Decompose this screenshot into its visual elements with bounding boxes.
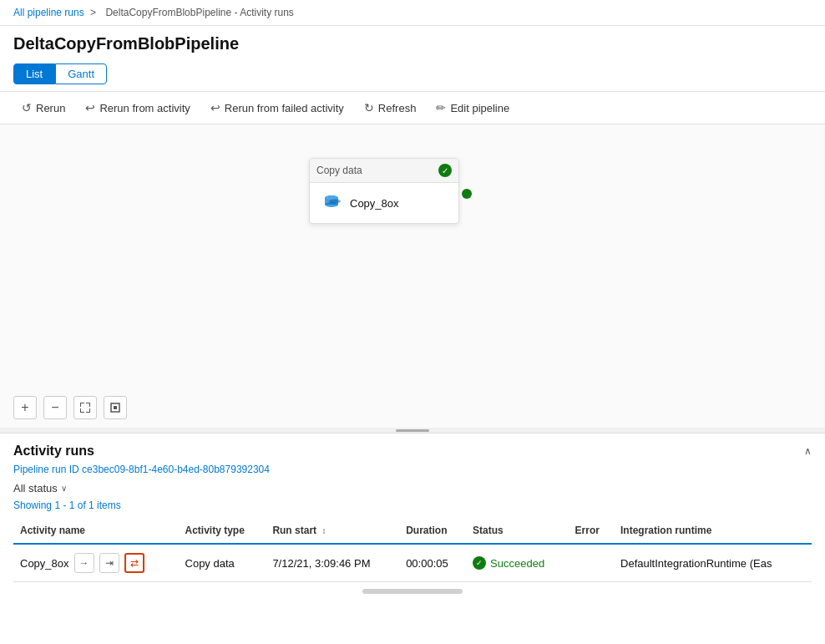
svg-rect-8: [89, 403, 90, 407]
rerun-icon: ↺: [22, 101, 32, 114]
col-status: Status: [466, 518, 569, 544]
toolbar: ↺ Rerun ↩ Rerun from activity ↩ Rerun fr…: [0, 91, 825, 124]
canvas-divider: [396, 429, 429, 432]
activity-runs-table: Activity name Activity type Run start ↕ …: [13, 518, 812, 582]
rerun-label: Rerun: [36, 102, 65, 114]
table-header-row: Activity name Activity type Run start ↕ …: [13, 518, 812, 544]
fit-btn[interactable]: [73, 396, 97, 419]
edit-icon: ✏: [436, 101, 446, 114]
cell-activity-name: Copy_8ox → ⇥ ⇄: [13, 544, 179, 582]
pipeline-canvas: Copy data ✓ Copy_8ox +: [0, 124, 825, 434]
output-action-btn[interactable]: ⇥: [99, 553, 119, 573]
status-dot: ✓: [473, 556, 486, 570]
svg-rect-10: [80, 408, 81, 413]
status-succeeded: ✓ Succeeded: [473, 556, 562, 570]
breadcrumb: All pipeline runs > DeltaCopyFromBlobPip…: [0, 0, 825, 26]
svg-rect-6: [80, 403, 81, 407]
rerun-button[interactable]: ↺ Rerun: [13, 97, 73, 119]
col-duration: Duration: [399, 518, 466, 544]
svg-rect-14: [114, 406, 117, 409]
status-filter[interactable]: All status ∨: [13, 482, 67, 494]
table-scrollbar[interactable]: [362, 589, 463, 594]
cell-error: [569, 544, 614, 582]
view-toggle-bar: List Gantt: [0, 60, 825, 91]
showing-count: Showing 1 - 1 of 1 items: [13, 499, 812, 511]
cell-run-start: 7/12/21, 3:09:46 PM: [266, 544, 399, 582]
cell-duration: 00:00:05: [399, 544, 466, 582]
sort-icon: ↕: [321, 526, 326, 535]
svg-rect-12: [89, 408, 90, 413]
status-label: Succeeded: [490, 557, 544, 570]
activity-runs-header: Activity runs ∧: [13, 444, 812, 459]
status-filter-chevron: ∨: [61, 484, 67, 493]
node-name: Copy_8ox: [350, 197, 399, 210]
status-filter-label: All status: [13, 482, 58, 494]
refresh-label: Refresh: [378, 102, 417, 114]
collapse-btn[interactable]: ∧: [804, 445, 812, 457]
gantt-toggle-btn[interactable]: Gantt: [55, 63, 107, 84]
list-toggle-btn[interactable]: List: [13, 63, 55, 84]
breadcrumb-separator: >: [90, 7, 96, 18]
rerun-activity-icon: ↩: [85, 101, 95, 114]
pipeline-node[interactable]: Copy data ✓ Copy_8ox: [309, 158, 459, 224]
col-integration-runtime: Integration runtime: [614, 518, 812, 544]
input-action-btn[interactable]: →: [74, 553, 94, 573]
refresh-button[interactable]: ↻ Refresh: [356, 97, 425, 119]
rerun-failed-button[interactable]: ↩ Rerun from failed activity: [202, 97, 352, 119]
col-run-start[interactable]: Run start ↕: [266, 518, 399, 544]
node-body: Copy_8ox: [310, 183, 458, 223]
node-header: Copy data ✓: [310, 159, 458, 183]
svg-point-4: [329, 200, 341, 204]
fit-icon: [79, 402, 91, 413]
edit-pipeline-label: Edit pipeline: [450, 102, 509, 114]
zoom-out-btn[interactable]: −: [43, 396, 67, 419]
cell-name-value: Copy_8ox: [20, 557, 69, 570]
cell-integration-runtime: DefaultIntegrationRuntime (Eas: [614, 544, 812, 582]
activity-runs-title: Activity runs: [13, 444, 94, 459]
node-type-label: Copy data: [316, 165, 362, 176]
pipeline-run-id-row: Pipeline run ID ce3bec09-8bf1-4e60-b4ed-…: [13, 464, 812, 475]
refresh-icon: ↻: [364, 101, 374, 114]
zoom-in-btn[interactable]: +: [13, 396, 37, 419]
edit-pipeline-button[interactable]: ✏ Edit pipeline: [428, 97, 518, 119]
canvas-controls: + −: [13, 396, 127, 419]
col-activity-type: Activity type: [179, 518, 266, 544]
page-title: DeltaCopyFromBlobPipeline: [0, 26, 825, 60]
rerun-failed-label: Rerun from failed activity: [225, 102, 344, 114]
pipeline-run-id-value: ce3bec09-8bf1-4e60-b4ed-80b879392304: [82, 464, 270, 475]
link-action-btn[interactable]: ⇄: [124, 553, 144, 573]
pipeline-run-id-label: Pipeline run ID: [13, 464, 79, 475]
breadcrumb-current: DeltaCopyFromBlobPipeline - Activity run…: [105, 7, 293, 18]
copy-data-icon: [320, 191, 343, 215]
col-activity-name: Activity name: [13, 518, 179, 544]
node-success-icon: ✓: [438, 164, 452, 177]
cell-activity-type: Copy data: [179, 544, 266, 582]
expand-icon: [109, 402, 121, 413]
rerun-activity-label: Rerun from activity: [99, 102, 190, 114]
connector-right: [462, 189, 472, 199]
cell-status: ✓ Succeeded: [466, 544, 569, 582]
rerun-failed-icon: ↩: [210, 101, 220, 114]
table-row: Copy_8ox → ⇥ ⇄ Copy data 7/12/21, 3:09:4…: [13, 544, 812, 582]
col-error: Error: [569, 518, 614, 544]
activity-runs-section: Activity runs ∧ Pipeline run ID ce3bec09…: [0, 434, 825, 597]
rerun-activity-button[interactable]: ↩ Rerun from activity: [77, 97, 198, 119]
breadcrumb-all-pipelines[interactable]: All pipeline runs: [13, 7, 84, 18]
expand-btn[interactable]: [104, 396, 127, 419]
